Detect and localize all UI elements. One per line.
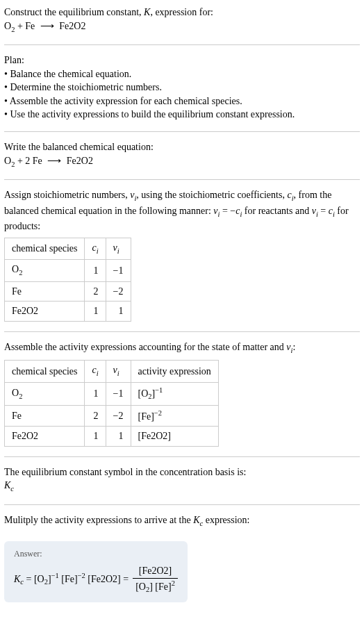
c-cell: 1 bbox=[85, 260, 106, 281]
activity-cell: [Fe]−2 bbox=[131, 405, 218, 426]
table-row: Fe2O2 1 1 [Fe2O2] bbox=[5, 427, 219, 447]
plan-section: Plan: • Balance the chemical equation. •… bbox=[4, 53, 360, 122]
equation-unbalanced: O2 + Fe ⟶ Fe2O2 bbox=[4, 21, 85, 31]
table-row: O2 1 −1 bbox=[5, 260, 131, 281]
equation-balanced: O2 + 2 Fe ⟶ Fe2O2 bbox=[4, 156, 93, 166]
activity-table: chemical species ci νi activity expressi… bbox=[4, 360, 219, 446]
plan-title: Plan: bbox=[4, 53, 360, 67]
symbol-text: The equilibrium constant symbol in the c… bbox=[4, 465, 360, 479]
kc-expression: Kc = [O2]−1 [Fe]−2 [Fe2O2] = [Fe2O2] [O2… bbox=[14, 564, 178, 595]
answer-label: Answer: bbox=[14, 548, 178, 560]
fraction: [Fe2O2] [O2] [Fe]2 bbox=[133, 564, 178, 595]
kc-symbol: Kc bbox=[4, 480, 14, 490]
c-cell: 1 bbox=[85, 427, 106, 447]
k-symbol: K bbox=[144, 7, 150, 17]
activity-cell: [Fe2O2] bbox=[131, 427, 218, 447]
table-row: Fe2O2 1 1 bbox=[5, 302, 131, 322]
divider bbox=[4, 44, 360, 45]
nu-cell: 1 bbox=[106, 427, 131, 447]
col-ci: ci bbox=[85, 238, 106, 259]
denominator: [O2] [Fe]2 bbox=[133, 579, 178, 595]
table-row: O2 1 −1 [O2]−1 bbox=[5, 382, 219, 405]
balanced-section: Write the balanced chemical equation: O2… bbox=[4, 140, 360, 170]
col-species: chemical species bbox=[5, 238, 85, 259]
plan-bullet: • Assemble the activity expression for e… bbox=[4, 94, 360, 108]
species-cell: O2 bbox=[5, 260, 85, 281]
plan-bullet: • Determine the stoichiometric numbers. bbox=[4, 81, 360, 94]
nu-cell: −1 bbox=[106, 382, 131, 405]
prompt-text2: , expression for: bbox=[150, 7, 213, 17]
symbol-section: The equilibrium constant symbol in the c… bbox=[4, 465, 360, 495]
balanced-title: Write the balanced chemical equation: bbox=[4, 140, 360, 154]
col-ci: ci bbox=[85, 361, 106, 382]
table-header-row: chemical species ci νi activity expressi… bbox=[5, 361, 219, 382]
table-row: Fe 2 −2 bbox=[5, 281, 131, 302]
col-activity: activity expression bbox=[131, 361, 218, 382]
divider bbox=[4, 331, 360, 332]
species-cell: Fe2O2 bbox=[5, 302, 85, 322]
plan-bullet: • Balance the chemical equation. bbox=[4, 67, 360, 81]
col-species: chemical species bbox=[5, 361, 85, 382]
answer-box: Answer: Kc = [O2]−1 [Fe]−2 [Fe2O2] = [Fe… bbox=[4, 541, 188, 602]
c-cell: 2 bbox=[85, 405, 106, 426]
divider bbox=[4, 504, 360, 505]
c-cell: 1 bbox=[85, 382, 106, 405]
divider bbox=[4, 179, 360, 180]
divider bbox=[4, 131, 360, 132]
table-row: Fe 2 −2 [Fe]−2 bbox=[5, 405, 219, 426]
c-cell: 2 bbox=[85, 281, 106, 302]
prompt-header: Construct the equilibrium constant, K, e… bbox=[4, 6, 360, 35]
plan-bullet: • Use the activity expressions to build … bbox=[4, 108, 360, 122]
col-nui: νi bbox=[106, 238, 131, 259]
nu-cell: −2 bbox=[106, 405, 131, 426]
numerator: [Fe2O2] bbox=[133, 564, 178, 579]
activity-cell: [O2]−1 bbox=[131, 382, 218, 405]
col-nui: νi bbox=[106, 361, 131, 382]
nu-cell: −2 bbox=[106, 281, 131, 302]
species-cell: O2 bbox=[5, 382, 85, 405]
species-cell: Fe2O2 bbox=[5, 427, 85, 447]
species-cell: Fe bbox=[5, 281, 85, 302]
assign-section: Assign stoichiometric numbers, νi, using… bbox=[4, 188, 360, 322]
species-cell: Fe bbox=[5, 405, 85, 426]
nu-cell: −1 bbox=[106, 260, 131, 281]
stoich-table: chemical species ci νi O2 1 −1 Fe 2 −2 F… bbox=[4, 238, 131, 322]
assemble-section: Assemble the activity expressions accoun… bbox=[4, 340, 360, 447]
nu-cell: 1 bbox=[106, 302, 131, 322]
table-header-row: chemical species ci νi bbox=[5, 238, 131, 259]
divider bbox=[4, 456, 360, 457]
multiply-section: Mulitply the activity expressions to arr… bbox=[4, 513, 360, 529]
prompt-text: Construct the equilibrium constant, bbox=[4, 7, 144, 17]
c-cell: 1 bbox=[85, 302, 106, 322]
